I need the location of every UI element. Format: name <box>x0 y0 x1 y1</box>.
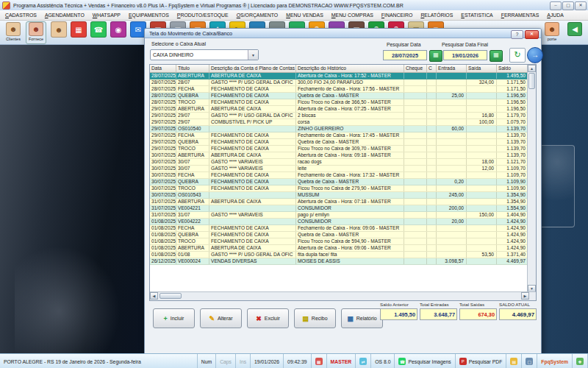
chevron-down-icon[interactable]: ▼ <box>248 50 258 60</box>
scroll-right-icon[interactable]: ▶ <box>521 292 529 300</box>
table-row[interactable]: 26/12/2025VE000024VENDAS DIVERSASMOISES … <box>150 258 528 265</box>
calendar-final-picker-icon[interactable]: ▦ <box>490 50 503 62</box>
table-row[interactable]: 01/08/202501/08GASTO **** P/ USO GERAL D… <box>150 252 528 258</box>
exit-icon-button[interactable]: ◀ <box>564 21 585 44</box>
table-row[interactable]: 28/07/2025FECHAFECHAMENTO DE CAIXAFecham… <box>150 86 528 93</box>
close-button[interactable]: ✕ <box>575 1 587 10</box>
table-row[interactable]: 29/07/2025ABERTURAABERTURA DE CAIXAAbert… <box>150 106 528 113</box>
column-header[interactable]: Descrição do Histórico <box>296 65 404 72</box>
table-row[interactable]: 29/07/2025OS010540ZINHO GUERREIRO60,001.… <box>150 126 528 132</box>
menu-estatistica[interactable]: ESTATISTICA <box>461 13 492 18</box>
menu-ajuda[interactable]: AJUDA <box>547 13 564 18</box>
vertical-scrollbar[interactable]: ▲ ▼ <box>527 65 536 292</box>
dialog-title-bar[interactable]: Tela do Movimento de Caixa/Banco ? ✕ <box>145 29 541 38</box>
table-row[interactable]: 30/07/2025QUEBRAFECHAMENTO DE CAIXAQuebr… <box>150 179 528 185</box>
cell-saida <box>467 219 497 224</box>
whatsapp-icon[interactable]: ☎ <box>90 21 107 38</box>
menu-menu-vendas[interactable]: MENU VENDAS <box>286 13 323 18</box>
cell-cheque <box>404 159 427 165</box>
cell-saldo: 1.139,70 <box>497 132 528 138</box>
table-row[interactable]: 29/07/2025QUEBRAFECHAMENTO DE CAIXAQuebr… <box>150 139 528 146</box>
fornece-button[interactable]: ☻Fornece <box>26 21 46 44</box>
status-segment[interactable]: ☎Pesquisar Imagens <box>395 354 455 368</box>
table-row[interactable]: 01/08/2025ABERTURAABERTURA DE CAIXAAbert… <box>150 245 528 252</box>
column-header[interactable]: Saída <box>467 65 497 72</box>
table-row[interactable]: 28/07/2025QUEBRAFECHAMENTO DE CAIXAQuebr… <box>150 93 528 99</box>
dialog-close-button[interactable]: ✕ <box>525 30 539 39</box>
table-row[interactable]: 31/07/202531/07GASTO **** VARIAVEISpago … <box>150 212 528 219</box>
vertical-scroll-thumb[interactable] <box>528 73 535 89</box>
table-row[interactable]: 01/08/2025FECHAFECHAMENTO DE CAIXAFecham… <box>150 225 528 232</box>
relatorio-button[interactable]: ▦Relatório <box>341 308 383 328</box>
column-header[interactable]: Entrada <box>437 65 467 72</box>
table-row[interactable]: 01/08/2025VE004222CONSUMIDOR20,001.424,9… <box>150 219 528 225</box>
column-header[interactable]: Descrição da Conta d Plano de Contas <box>209 65 296 72</box>
table-row[interactable]: 30/07/202530/07GASTO **** VARIAVEISleite… <box>150 166 528 172</box>
clientes-button[interactable]: ☻Clientes <box>3 21 24 44</box>
table-row[interactable]: 01/08/2025QUEBRAFECHAMENTO DE CAIXAQuebr… <box>150 232 528 238</box>
table-row[interactable]: 28/07/2025TROCOFECHAMENTO DE CAIXAFicou … <box>150 99 528 106</box>
column-header[interactable]: Data <box>150 65 176 72</box>
excluir-button[interactable]: ✖Excluir <box>247 308 289 328</box>
maximize-button[interactable]: ▢ <box>562 1 574 10</box>
status-segment: Caps <box>216 354 236 368</box>
go-button[interactable]: → <box>527 47 543 63</box>
status-segment[interactable]: PPesquisar PDF <box>456 354 507 368</box>
menu-relat-rios[interactable]: RELATÓRIOS <box>420 13 453 18</box>
cell-entrada <box>437 79 467 85</box>
minimize-button[interactable]: – <box>550 1 562 10</box>
employees-icon[interactable]: ☻ <box>51 21 67 38</box>
summary-value: 4.469,97 <box>499 308 537 320</box>
column-header[interactable]: Saldo <box>497 65 528 72</box>
table-row[interactable]: 01/08/2025TROCOFECHAMENTO DE CAIXAFicou … <box>150 238 528 245</box>
cell-entrada <box>437 166 467 171</box>
table-row[interactable]: 31/07/2025VE004221CONSUMIDOR200,001.554,… <box>150 205 528 212</box>
porte-button[interactable]: ☻porte <box>542 21 562 44</box>
instagram-icon[interactable]: ◉ <box>110 21 126 38</box>
menu-financeiro[interactable]: FINANCEIRO <box>381 13 413 18</box>
caixa-select-combo[interactable]: CAIXA DINHEIRO ▼ <box>150 49 259 60</box>
calendar-icon[interactable]: ▦ <box>71 21 87 38</box>
menu-whatsapp[interactable]: WHATSAPP <box>93 13 121 18</box>
table-row[interactable]: 30/07/2025FECHAFECHAMENTO DE CAIXAFecham… <box>150 172 528 179</box>
cell-conta: GASTO **** P/ USO GERAL DA OFIC <box>209 252 296 258</box>
table-row[interactable]: 29/07/202529/07GASTO **** P/ USO GERAL D… <box>150 113 528 119</box>
menu-os-or-amento[interactable]: OS/ORÇAMENTO <box>237 13 279 18</box>
refresh-button[interactable]: ↻ <box>509 48 526 63</box>
column-header[interactable]: Titulo <box>176 65 209 72</box>
table-row[interactable]: 28/07/2025ABERTURAABERTURA DE CAIXAAbert… <box>150 73 528 79</box>
menu-agendamento[interactable]: AGENDAMENTO <box>45 13 85 18</box>
scroll-left-icon[interactable]: ◀ <box>150 292 158 300</box>
table-row[interactable]: 28/07/202528/07GASTO **** P/ USO GERAL D… <box>150 79 528 86</box>
table-row[interactable]: 30/07/2025ABERTURAABERTURA DE CAIXAAbert… <box>150 152 528 159</box>
cell-saida <box>467 106 497 112</box>
column-header[interactable]: Cheque <box>404 65 427 72</box>
summary-value: 674,30 <box>459 308 497 320</box>
table-row[interactable]: 29/07/2025FECHAFECHAMENTO DE CAIXAFecham… <box>150 132 528 139</box>
search-date-input[interactable] <box>383 50 427 60</box>
cell-data: 01/08/2025 <box>150 245 176 251</box>
recibo-button[interactable]: ▤Recibo <box>294 308 336 328</box>
table-row[interactable]: 31/07/2025ABERTURAABERTURA DE CAIXAAbert… <box>150 199 528 205</box>
table-row[interactable]: 30/07/2025TROCOFECHAMENTO DE CAIXAFicou … <box>150 185 528 192</box>
caixa-dialog: Tela do Movimento de Caixa/Banco ? ✕ Sel… <box>144 28 542 355</box>
dialog-help-button[interactable]: ? <box>511 30 523 39</box>
menu-cadastros[interactable]: CADASTROS <box>5 13 37 18</box>
menu-produto-estoque[interactable]: PRODUTO/ESTOQUE <box>177 13 229 18</box>
incluir-button[interactable]: +Incluir <box>153 308 195 328</box>
horizontal-scrollbar[interactable]: ◀ ▶ <box>150 291 537 300</box>
alterar-button[interactable]: ✎Alterar <box>200 308 242 328</box>
table-row[interactable]: 29/07/202529/07COMBUSTÍVEL P/ PICK UPcor… <box>150 119 528 126</box>
menu-menu-compras[interactable]: MENU COMPRAS <box>331 13 373 18</box>
scroll-up-icon[interactable]: ▲ <box>528 65 536 72</box>
horizontal-scroll-thumb[interactable] <box>159 293 182 299</box>
column-header[interactable]: C <box>427 65 437 72</box>
calendar-picker-icon[interactable]: ▦ <box>429 50 442 62</box>
menu-ferramentas[interactable]: FERRAMENTAS <box>501 13 539 18</box>
menu-equipamentos[interactable]: EQUIPAMENTOS <box>129 13 169 18</box>
cell-saldo: 1.371,40 <box>497 252 528 258</box>
table-row[interactable]: 29/07/2025TROCOFECHAMENTO DE CAIXAFicou … <box>150 146 528 152</box>
table-row[interactable]: 30/07/202530/07GASTO **** VARIAVEISracao… <box>150 159 528 166</box>
table-row[interactable]: 30/07/2025OS010543MUSSUM245,001.354,90 <box>150 192 528 199</box>
search-date-final-input[interactable] <box>443 50 487 60</box>
